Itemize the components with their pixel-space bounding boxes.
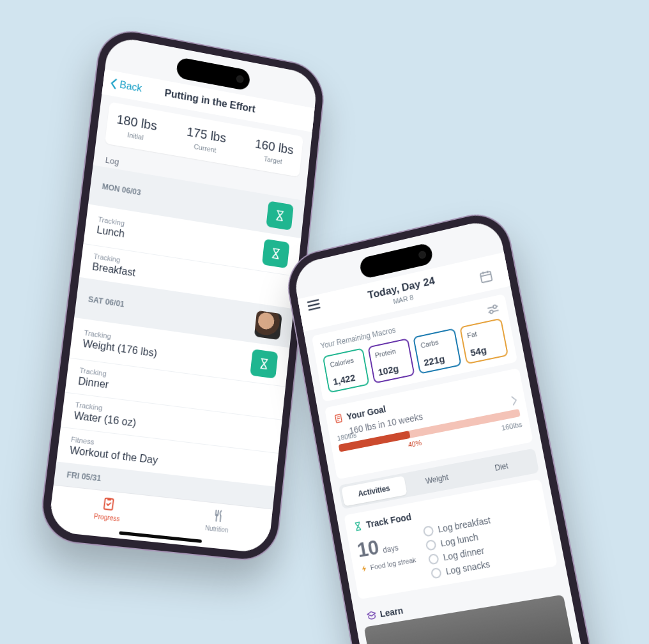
clipboard-icon (333, 412, 344, 425)
log-date-sat-text: SAT 06/01 (88, 295, 125, 309)
scale-button[interactable] (266, 201, 293, 231)
back-label: Back (119, 79, 142, 95)
streak-count: 10 (355, 535, 381, 562)
calendar-button[interactable] (478, 268, 494, 288)
segment-diet[interactable]: Diet (467, 451, 536, 482)
goal-left-label: 180lbs (337, 431, 357, 443)
macro-label: Protein (374, 346, 404, 359)
todo-label: Log snacks (445, 559, 491, 577)
chevron-left-icon (109, 77, 118, 90)
utensils-icon (211, 508, 226, 524)
tab-progress-label: Progress (93, 512, 120, 523)
weight-current: 175 lbs Current (185, 125, 227, 155)
todo-list: Log breakfast Log lunch Log dinner Log s… (422, 515, 500, 579)
macro-protein[interactable]: Protein 102g (367, 338, 415, 383)
bolt-icon (360, 564, 369, 574)
segment-weight[interactable]: Weight (404, 464, 471, 494)
dashboard-screen: Today, Day 24 MAR 8 Your Remaining Macro… (292, 218, 595, 644)
sliders-icon (486, 303, 500, 316)
segment-activities[interactable]: Activities (341, 476, 407, 507)
checkbox-icon (428, 553, 439, 565)
phone-dashboard: Today, Day 24 MAR 8 Your Remaining Macro… (284, 208, 604, 644)
calendar-icon (478, 268, 494, 285)
macro-label: Fat (466, 326, 498, 340)
goal-right-label: 160lbs (501, 420, 523, 432)
log-action-button[interactable] (250, 349, 278, 379)
tab-nutrition-label: Nutrition (204, 525, 229, 534)
page-title: Putting in the Effort (164, 88, 256, 115)
hourglass-icon (352, 520, 363, 533)
log-action-button[interactable] (262, 239, 290, 269)
workout-thumbnail[interactable] (254, 310, 282, 341)
weight-target: 160 lbs Target (254, 137, 294, 167)
learn-heading-text: Learn (379, 605, 404, 619)
checkbox-icon (422, 525, 434, 537)
progress-screen: Back Putting in the Effort 180 lbs Initi… (48, 35, 318, 554)
macro-value: 102g (377, 361, 408, 378)
hourglass-icon (257, 356, 271, 371)
graduation-icon (366, 610, 378, 621)
svg-point-3 (489, 310, 493, 314)
log-name: Dinner (77, 375, 109, 390)
svg-point-2 (493, 305, 497, 309)
phone-progress: Back Putting in the Effort 180 lbs Initi… (39, 26, 326, 562)
hourglass-icon (269, 246, 282, 261)
clipboard-icon (100, 496, 116, 512)
checkbox-icon (431, 567, 442, 579)
goal-pct-label: 40% (408, 439, 422, 449)
chevron-right-icon (510, 395, 518, 406)
adjust-button[interactable] (486, 303, 501, 318)
streak-block: 10 days Food log streak (355, 529, 420, 590)
hourglass-icon (273, 208, 287, 224)
svg-rect-1 (480, 272, 492, 283)
macro-calories[interactable]: Calories 1,422 (323, 348, 369, 393)
log-date-fri-text: FRI 05/31 (66, 470, 102, 483)
weight-initial: 180 lbs Initial (115, 112, 158, 143)
macro-fat[interactable]: Fat 54g (459, 318, 508, 365)
macro-carbs[interactable]: Carbs 221g (413, 328, 461, 374)
streak-days-label: days (382, 543, 399, 555)
menu-button[interactable] (307, 298, 322, 314)
log-date-mon-text: MON 06/03 (102, 182, 141, 197)
checkbox-icon (425, 539, 436, 551)
track-food-heading-text: Track Food (365, 512, 412, 530)
macro-label: Carbs (420, 335, 450, 349)
hamburger-icon (307, 298, 321, 311)
macro-value: 221g (423, 351, 454, 368)
todo-label: Log lunch (439, 532, 479, 548)
macro-value: 1,422 (332, 371, 363, 387)
goal-chevron (510, 395, 519, 409)
tab-nutrition[interactable]: Nutrition (160, 503, 272, 554)
macro-label: Calories (330, 355, 360, 369)
macro-value: 54g (470, 341, 501, 358)
back-button[interactable]: Back (109, 77, 143, 95)
